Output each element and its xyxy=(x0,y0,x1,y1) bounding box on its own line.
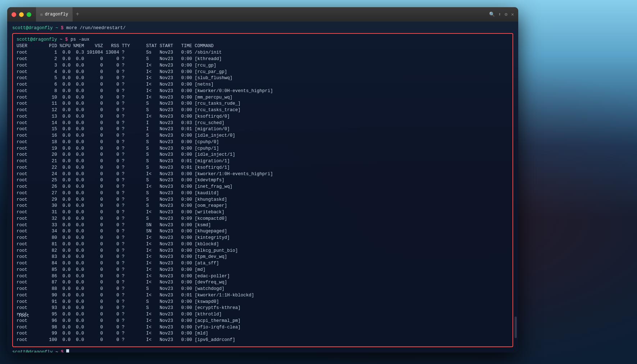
ps-row-87: root 87 0.0 0.0 0 0 ? I< Nov23 0:00 [dev… xyxy=(17,279,509,286)
ps-row-91: root 91 0.0 0.0 0 0 ? S Nov23 0:00 [kswa… xyxy=(17,299,509,305)
selection-box: scott@dragonfly ~ $ ps -aux USER PID %CP… xyxy=(12,33,513,347)
ps-row-88: root 88 0.0 0.0 0 0 ? S Nov23 0:00 [watc… xyxy=(17,286,509,292)
traffic-lights xyxy=(12,12,31,17)
ps-row-90: root 90 0.0 0.0 0 0 ? I< Nov23 0:01 [kwo… xyxy=(17,292,509,299)
bottom-prompt-user: scott@dragonfly xyxy=(12,350,53,352)
ps-row-11: root 11 0.0 0.0 0 0 ? S Nov23 0:00 [rcu_… xyxy=(17,101,509,107)
add-tab-button[interactable]: + xyxy=(73,11,82,18)
ps-row-25: root 25 0.0 0.0 0 0 ? S Nov23 0:00 [kdev… xyxy=(17,177,509,184)
ps-row-83: root 83 0.0 0.0 0 0 ? I< Nov23 0:00 [tpm… xyxy=(17,254,509,260)
ps-row-93: root 93 0.0 0.0 0 0 ? S Nov23 0:00 [ecry… xyxy=(17,305,509,311)
ps-row-99: root 99 0.0 0.0 0 0 ? I< Nov23 0:00 [mld… xyxy=(17,331,509,337)
tab-bar: ⊞ dragonfly + xyxy=(36,7,82,22)
close-icon[interactable]: ✕ xyxy=(511,12,514,17)
tab-label: dragonfly xyxy=(45,12,68,17)
maximize-button[interactable] xyxy=(27,12,31,17)
title-bar: ⊞ dragonfly + 🔍 ⬆ ⚙ ✕ xyxy=(7,7,518,22)
selection-prompt-line: scott@dragonfly ~ $ ps -aux xyxy=(17,37,509,43)
ps-output: USER PID %CPU %MEM VSZ RSS TTY STAT STAR… xyxy=(17,43,509,343)
ps-row-82: root 82 0.0 0.0 0 0 ? I< Nov23 0:00 [blk… xyxy=(17,248,509,254)
ps-row-6: root 6 0.0 0.0 0 0 ? I< Nov23 0:00 [netn… xyxy=(17,82,509,88)
desktop: ⊞ dragonfly + 🔍 ⬆ ⚙ ✕ scott@dragonfly ~ … xyxy=(0,0,637,364)
ps-row-100: root 100 0.0 0.0 0 0 ? I< Nov23 0:00 [ip… xyxy=(17,337,509,343)
share-icon[interactable]: ⬆ xyxy=(498,12,501,17)
prompt-dollar: $ xyxy=(61,26,64,31)
ps-row-80: root 80 0.0 0.0 0 0 ? I< Nov23 0:00 [kin… xyxy=(17,235,509,241)
ps-row-29: root 29 0.0 0.0 0 0 ? S Nov23 0:00 [khun… xyxy=(17,197,509,203)
ps-row-32: root 32 0.0 0.0 0 0 ? S Nov23 0:09 [kcom… xyxy=(17,216,509,222)
cursor xyxy=(66,349,69,352)
ps-row-16: root 16 0.0 0.0 0 0 ? S Nov23 0:00 [idle… xyxy=(17,133,509,139)
ps-row-8: root 8 0.0 0.0 0 0 ? I< Nov23 0:00 [kwor… xyxy=(17,88,509,95)
ps-row-27: root 27 0.0 0.0 0 0 ? S Nov23 0:00 [kaud… xyxy=(17,190,509,197)
close-button[interactable] xyxy=(12,12,16,17)
ps-row-12: root 12 0.0 0.0 0 0 ? S Nov23 0:00 [rcu_… xyxy=(17,107,509,114)
ps-row-19: root 19 0.0 0.0 0 0 ? S Nov23 0:00 [cpuh… xyxy=(17,146,509,152)
search-icon[interactable]: 🔍 xyxy=(489,12,495,17)
terminal-content: scott@dragonfly ~ $ more /run/needrestar… xyxy=(7,22,518,352)
ps-row-20: root 20 0.0 0.0 0 0 ? S Nov23 0:00 [idle… xyxy=(17,152,509,158)
tab-dragonfly[interactable]: ⊞ dragonfly xyxy=(36,7,73,22)
selection-cmd: ps -aux xyxy=(68,37,90,42)
ps-row-22: root 22 0.0 0.0 0 0 ? S Nov23 0:01 [ksof… xyxy=(17,165,509,171)
ps-row-96: root 96 0.0 0.0 0 0 ? I< Nov23 0:00 [acp… xyxy=(17,318,509,324)
tab-icon: ⊞ xyxy=(40,12,43,17)
ps-header: USER PID %CPU %MEM VSZ RSS TTY STAT STAR… xyxy=(17,43,509,50)
selection-prompt-user: scott@dragonfly xyxy=(17,37,57,42)
ps-row-30: root 30 0.0 0.0 0 0 ? S Nov23 0:00 [oom_… xyxy=(17,203,509,209)
ps-row-13: root 13 0.0 0.0 0 0 ? I< Nov23 0:00 [kso… xyxy=(17,114,509,120)
scrollbar-track[interactable] xyxy=(515,40,518,349)
ps-row-4: root 4 0.0 0.0 0 0 ? I< Nov23 0:00 [rcu_… xyxy=(17,69,509,76)
bottom-prompt-dollar: $ xyxy=(61,350,64,352)
prompt-user: scott@dragonfly xyxy=(12,26,53,31)
ps-row-18: root 18 0.0 0.0 0 0 ? S Nov23 0:00 [cpuh… xyxy=(17,139,509,146)
ps-row-21: root 21 0.0 0.0 0 0 ? S Nov23 0:01 [migr… xyxy=(17,158,509,165)
ps-row-98: root 98 0.0 0.0 0 0 ? I< Nov23 0:00 [vfi… xyxy=(17,324,509,331)
ps-row-10: root 10 0.0 0.0 0 0 ? I< Nov23 0:00 [mm_… xyxy=(17,95,509,101)
ps-row-85: root 85 0.0 0.0 0 0 ? I< Nov23 0:00 [md] xyxy=(17,267,509,273)
selection-prompt-dollar: $ xyxy=(65,37,68,42)
ps-row-14: root 14 0.0 0.0 0 0 ? I Nov23 0:03 [rcu_… xyxy=(17,120,509,127)
ps-row-24: root 24 0.0 0.0 0 0 ? I< Nov23 0:00 [kwo… xyxy=(17,171,509,178)
ps-row-2: root 2 0.0 0.0 0 0 ? S Nov23 0:00 [kthre… xyxy=(17,56,509,63)
ps-row-31: root 31 0.0 0.0 0 0 ? I< Nov23 0:00 [wri… xyxy=(17,209,509,216)
ps-row-84: root 84 0.0 0.0 0 0 ? I< Nov23 0:00 [ata… xyxy=(17,260,509,267)
ps-row-3: root 3 0.0 0.0 0 0 ? I< Nov23 0:00 [rcu_… xyxy=(17,63,509,69)
settings-icon[interactable]: ⚙ xyxy=(505,12,507,17)
ps-row-81: root 81 0.0 0.0 0 0 ? I< Nov23 0:00 [kbl… xyxy=(17,241,509,248)
ps-row-26: root 26 0.0 0.0 0 0 ? I< Nov23 0:00 [ine… xyxy=(17,184,509,190)
ps-row-5: root 5 0.0 0.0 0 0 ? I< Nov23 0:00 [slub… xyxy=(17,75,509,82)
bottom-prompt-line: scott@dragonfly ~ $ xyxy=(12,349,513,352)
toot-label: Toot xyxy=(18,313,29,318)
minimize-button[interactable] xyxy=(19,12,24,17)
top-prompt-line: scott@dragonfly ~ $ more /run/needrestar… xyxy=(12,25,513,32)
ps-row-95: root 95 0.0 0.0 0 0 ? I< Nov23 0:00 [kth… xyxy=(17,311,509,318)
bottom-section: scott@dragonfly ~ $ xyxy=(12,349,513,352)
title-bar-actions: 🔍 ⬆ ⚙ ✕ xyxy=(489,7,514,22)
ps-row-33: root 33 0.0 0.0 0 0 ? SN Nov23 0:00 [ksm… xyxy=(17,222,509,229)
terminal-window: ⊞ dragonfly + 🔍 ⬆ ⚙ ✕ scott@dragonfly ~ … xyxy=(7,7,518,352)
top-cmd: more /run/needrestart/ xyxy=(64,26,126,31)
prompt-arrow: ~ xyxy=(55,26,58,31)
ps-row-15: root 15 0.0 0.0 0 0 ? I Nov23 0:01 [migr… xyxy=(17,126,509,133)
top-section: scott@dragonfly ~ $ more /run/needrestar… xyxy=(12,25,513,32)
ps-row-86: root 86 0.0 0.0 0 0 ? I< Nov23 0:00 [eda… xyxy=(17,273,509,280)
ps-row-1: root 1 0.0 0.3 101084 13084 ? Ss Nov23 0… xyxy=(17,50,509,56)
scrollbar-thumb[interactable] xyxy=(515,317,517,338)
ps-row-34: root 34 0.0 0.0 0 0 ? SN Nov23 0:00 [khu… xyxy=(17,228,509,235)
